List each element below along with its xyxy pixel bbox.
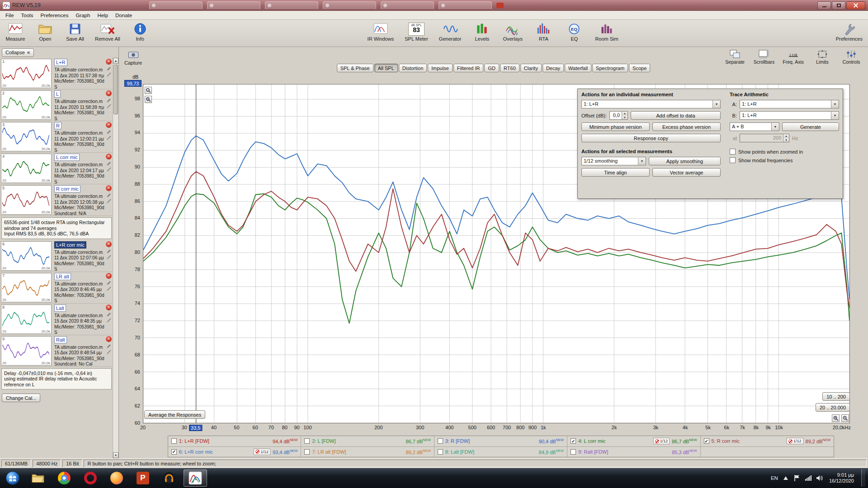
measurement-item[interactable]: 1 2020,0k L+R × TA ultimate correction.m… (0, 58, 113, 89)
info-button[interactable]: Info (128, 21, 152, 46)
trace-slope-icon[interactable] (107, 167, 111, 172)
trace-slope-icon[interactable] (107, 255, 111, 259)
average-responses-button[interactable]: Average the Responses (144, 410, 205, 419)
language-indicator[interactable]: EN (771, 475, 778, 481)
at-frequency-input[interactable]: 200 ▲▼ (740, 134, 789, 142)
tab-scope[interactable]: Scope (629, 64, 650, 72)
measurement-name-field[interactable]: L+R corr mic (54, 241, 86, 249)
measurement-thumbnail[interactable]: 9 2020,0k (1, 336, 52, 366)
freq-axis-button[interactable]: Freq. Axis (781, 49, 806, 66)
generator-button[interactable]: Generator (437, 21, 463, 46)
measurement-item[interactable]: 9 2020,0k Ralt × TA ultimate correction.… (0, 335, 113, 367)
trace-slope-icon[interactable] (107, 136, 111, 140)
measurement-item[interactable]: 3 2020,0k R × TA ultimate correction.m 1… (0, 121, 113, 153)
legend-entry[interactable]: 8: Lalt [FDW] 84,9 dBNEW (434, 447, 567, 457)
tab-clarity[interactable]: Clarity (520, 64, 542, 72)
measurement-thumbnail[interactable]: 7 2020,0k (1, 273, 52, 302)
network-icon[interactable] (805, 474, 812, 482)
edit-icon[interactable] (107, 249, 111, 253)
menu-donate[interactable]: Donate (112, 12, 136, 19)
capture-button[interactable]: Capture (123, 50, 144, 66)
chrome-taskbar-icon[interactable] (52, 469, 76, 487)
menu-help[interactable]: Help (94, 12, 112, 19)
smoothing-badge[interactable]: 1/12 (254, 449, 270, 455)
measurement-thumbnail[interactable]: 3 2020,0k (1, 122, 52, 151)
measurement-thumbnail[interactable]: 8 2020,0k (1, 305, 52, 334)
zoom-out-button[interactable] (841, 414, 849, 422)
legend-checkbox[interactable] (304, 449, 310, 455)
spl-meter-button[interactable]: dB SPL83 SPL Meter (403, 21, 430, 46)
legend-entry[interactable]: ✓ 5: R corr mic 1/12 89,2 dBNEW (701, 436, 834, 446)
close-icon[interactable]: × (106, 154, 112, 160)
measurement-name-field[interactable]: R (54, 122, 61, 129)
range-10-200-button[interactable]: 10 .. 200 (822, 392, 850, 401)
close-button[interactable] (846, 1, 865, 9)
trace-slope-icon[interactable] (107, 318, 111, 323)
zoom-in-button[interactable] (832, 414, 840, 422)
measurement-name-field[interactable]: L+R (54, 59, 67, 66)
limits-button[interactable]: Limits (810, 49, 835, 66)
legend-entry[interactable]: 2: L [FDW] 86,7 dBNEW (301, 436, 434, 446)
hidden-icons-chevron-icon[interactable] (782, 474, 789, 482)
measurement-thumbnail[interactable]: 5 2020,0k (1, 185, 52, 215)
trace-a-select[interactable]: 1: L+R ▼ (740, 100, 839, 108)
remove-all-button[interactable]: Remove All (93, 21, 122, 46)
tab-waterfall[interactable]: Waterfall (565, 64, 591, 72)
tab-spectrogram[interactable]: Spectrogram (592, 64, 628, 72)
scroll-up-icon[interactable]: ▲ (113, 58, 118, 64)
rta-button[interactable]: RTA (532, 21, 555, 46)
taskbar-clock[interactable]: 9:01 μμ 16/12/2020 (829, 472, 854, 484)
close-icon[interactable]: × (106, 185, 112, 191)
edit-icon[interactable] (107, 130, 111, 134)
add-offset-button[interactable]: Add offset to data (631, 111, 721, 120)
measurement-name-field[interactable]: LR alt (54, 273, 71, 280)
trace-b-select[interactable]: 1: L+R ▼ (740, 111, 839, 120)
maximize-button[interactable] (832, 1, 845, 9)
measurement-item[interactable]: 8 2020,0k Lalt × TA ultimate correction.… (0, 304, 113, 335)
close-icon[interactable]: × (106, 305, 112, 310)
measurement-select[interactable]: 1: L+R ▼ (581, 100, 721, 108)
measurement-item[interactable]: 6 2020,0k L+R corr mic × TA ultimate cor… (0, 240, 113, 272)
close-icon[interactable]: × (106, 273, 112, 279)
levels-button[interactable]: Levels (470, 21, 494, 46)
tab-impulse[interactable]: Impulse (428, 64, 453, 72)
measurement-item[interactable]: 2 2020,0k L × TA ultimate correction.m 1… (0, 89, 113, 121)
measurement-name-field[interactable]: L corr mic (54, 154, 80, 161)
measurement-name-field[interactable]: L (54, 90, 61, 98)
apply-smoothing-button[interactable]: Apply smoothing (649, 157, 721, 165)
excess-phase-button[interactable]: Excess phase version (652, 122, 721, 131)
measurement-thumbnail[interactable]: 2 2020,0k (1, 90, 52, 120)
legend-entry[interactable]: ✓ 4: L corr mic 1/12 86,7 dBNEW (567, 436, 700, 446)
legend-checkbox[interactable]: ✓ (171, 449, 177, 455)
legend-entry[interactable]: 1: L+R [FDW] 94,4 dBNEW (168, 436, 301, 446)
measurement-thumbnail[interactable]: 6 2020,0k (1, 241, 52, 271)
trace-slope-icon[interactable] (107, 199, 111, 203)
explorer-taskbar-icon[interactable] (26, 469, 50, 487)
show-points-checkbox[interactable] (730, 149, 736, 155)
trace-slope-icon[interactable] (107, 72, 111, 77)
controls-button[interactable]: Controls (839, 49, 863, 66)
start-button[interactable] (1, 469, 24, 487)
scrollbars-button[interactable]: Scrollbars (752, 49, 777, 66)
measurement-name-field[interactable]: Lalt (54, 305, 66, 312)
zoom-tool-button[interactable] (145, 96, 152, 103)
legend-checkbox[interactable] (304, 438, 310, 444)
vector-average-button[interactable]: Vector average (652, 168, 721, 177)
measurement-item[interactable]: 5 2020,0k R corr mic × TA ultimate corre… (0, 184, 113, 216)
edit-icon[interactable] (107, 66, 111, 71)
legend-entry[interactable]: 3: R [FDW] 90,4 dBNEW (434, 436, 567, 446)
smoothing-badge[interactable]: 1/12 (653, 438, 670, 444)
flag-icon[interactable] (793, 474, 801, 482)
scrollbar-thumb[interactable] (113, 65, 118, 114)
trace-slope-icon[interactable] (107, 286, 111, 291)
measurement-name-field[interactable]: R corr mic (54, 185, 80, 192)
legend-checkbox[interactable]: ✓ (704, 438, 709, 444)
edit-icon[interactable] (107, 312, 111, 317)
close-icon[interactable]: × (106, 336, 112, 342)
menu-preferences[interactable]: Preferences (37, 12, 72, 19)
tab-distortion[interactable]: Distortion (399, 64, 427, 72)
room-sim-button[interactable]: Room Sim (593, 21, 620, 46)
opera-taskbar-icon[interactable] (79, 469, 102, 487)
cursor-tool-button[interactable] (145, 87, 152, 94)
trace-slope-icon[interactable] (107, 350, 111, 354)
